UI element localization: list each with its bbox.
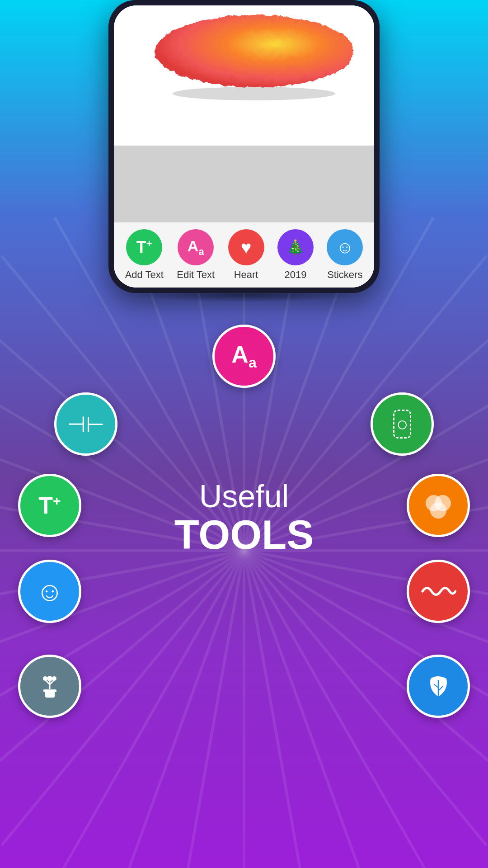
tools-word: TOOLS (174, 514, 314, 555)
app-background: T+ Add Text Aa Edit Text ♥ (0, 0, 488, 868)
year-icon: 🎄 (277, 229, 314, 265)
edit-text-big-button[interactable]: Aa (212, 325, 276, 388)
add-text-big-button[interactable]: T+ (18, 474, 81, 537)
add-text-tool[interactable]: T+ Add Text (125, 229, 164, 281)
svg-line-22 (113, 551, 244, 868)
wave-icon (420, 582, 456, 600)
heart-tool[interactable]: ♥ Heart (228, 229, 264, 281)
tools-area: Useful TOOLS Aa ⊣⊢ ○ T+ ☺ (0, 302, 488, 799)
edit-text-icon: Aa (178, 229, 214, 265)
leaf-icon (424, 672, 453, 701)
svg-point-40 (430, 502, 446, 519)
select-icon: ○ (393, 410, 412, 439)
useful-text: Useful (174, 478, 314, 514)
heart-label: Heart (234, 269, 258, 281)
svg-rect-42 (43, 689, 56, 692)
blend-button[interactable] (407, 474, 470, 537)
svg-point-0 (155, 14, 353, 87)
svg-point-48 (52, 676, 56, 681)
leaf-button[interactable] (407, 655, 470, 718)
sticker-big-icon: ☺ (36, 576, 63, 607)
heart-icon: ♥ (228, 229, 264, 265)
select-button[interactable]: ○ (371, 392, 434, 456)
flip-icon: ⊣⊢ (67, 411, 105, 437)
year-label: 2019 (284, 269, 306, 281)
brush-button[interactable] (18, 655, 81, 718)
phone-mockup: T+ Add Text Aa Edit Text ♥ (108, 0, 380, 293)
svg-point-46 (47, 676, 52, 681)
brush-stroke (141, 10, 358, 100)
toolbar: T+ Add Text Aa Edit Text ♥ (114, 222, 374, 288)
brush-icon (35, 672, 65, 701)
svg-point-1 (173, 87, 335, 100)
sticker-big-button[interactable]: ☺ (18, 560, 81, 623)
wave-button[interactable] (407, 560, 470, 623)
phone-screen: T+ Add Text Aa Edit Text ♥ (114, 5, 374, 288)
stickers-label: Stickers (327, 269, 362, 281)
flip-button[interactable]: ⊣⊢ (54, 392, 117, 456)
tools-title: Useful TOOLS (174, 478, 314, 555)
phone-frame: T+ Add Text Aa Edit Text ♥ (108, 0, 380, 293)
gray-area (114, 146, 374, 222)
svg-line-18 (244, 551, 375, 868)
add-text-icon: T+ (126, 229, 162, 265)
stickers-tool[interactable]: ☺ Stickers (327, 229, 363, 281)
edit-text-tool[interactable]: Aa Edit Text (177, 229, 215, 281)
stickers-icon: ☺ (327, 229, 363, 265)
year-2019-tool[interactable]: 🎄 2019 (277, 229, 314, 281)
edit-text-big-icon: Aa (231, 341, 256, 371)
canvas-area (114, 5, 374, 146)
add-text-label: Add Text (125, 269, 164, 281)
edit-text-label: Edit Text (177, 269, 215, 281)
add-text-big-icon: T+ (38, 492, 61, 519)
blend-icon (422, 490, 454, 521)
svg-point-47 (43, 676, 47, 681)
